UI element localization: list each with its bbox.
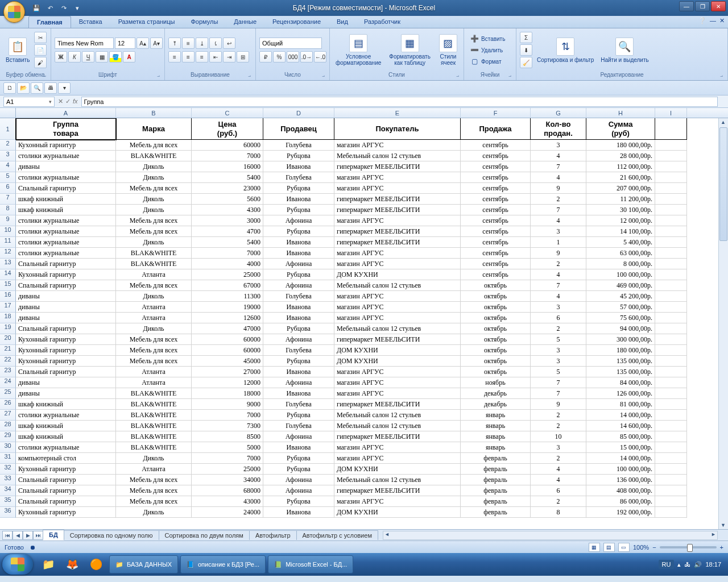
cell[interactable]: 7000	[192, 453, 263, 464]
cell[interactable]: 68000	[192, 485, 263, 496]
macro-record-icon[interactable]: ⏺	[30, 544, 36, 551]
cell[interactable]: Мебель для всех	[116, 496, 192, 507]
cell[interactable]: Спальный гарнитур	[16, 183, 116, 194]
cell[interactable]: 5	[531, 334, 586, 345]
redo-icon[interactable]: ↷	[58, 2, 69, 14]
cell[interactable]: 4	[531, 269, 586, 280]
header-cell-B[interactable]: Марка	[116, 118, 192, 140]
cell[interactable]: Кухонный гарнитур	[16, 464, 116, 475]
row-head-21[interactable]: 21	[0, 345, 16, 356]
cell[interactable]	[655, 161, 687, 172]
cell[interactable]: Атланта	[116, 464, 192, 475]
cell[interactable]	[655, 421, 687, 431]
cell[interactable]: сентябрь	[461, 172, 531, 183]
col-G[interactable]: G	[531, 108, 586, 118]
row-head-17[interactable]: 17	[0, 302, 16, 313]
cancel-fx-icon[interactable]: ✕	[58, 98, 63, 105]
cell[interactable]: 14 000,00р.	[586, 453, 655, 464]
insert-cells-button[interactable]: ➕Вставить	[468, 34, 507, 44]
cell[interactable]: Мебель для всех	[116, 280, 192, 291]
cell[interactable]: Мебель для всех	[116, 485, 192, 496]
row-head-5[interactable]: 5	[0, 172, 16, 183]
tab-data[interactable]: Данные	[226, 16, 264, 28]
cell[interactable]	[655, 410, 687, 421]
cell[interactable]	[655, 280, 687, 291]
view-layout-icon[interactable]: ▤	[603, 543, 615, 552]
cell[interactable]: сентябрь	[461, 248, 531, 259]
clock[interactable]: 18:17	[705, 561, 721, 568]
row-head-30[interactable]: 30	[0, 442, 16, 453]
cell[interactable]: сентябрь	[461, 151, 531, 161]
format-table-button[interactable]: ▦Форматировать как таблицу	[386, 33, 434, 67]
cell[interactable]: 5400	[192, 237, 263, 248]
print-preview-icon[interactable]: 🔍	[31, 82, 43, 94]
cut-icon[interactable]: ✂	[34, 32, 47, 43]
cell[interactable]: Диколь	[116, 237, 192, 248]
cell[interactable]: гипермаркет МЕБЕЛЬСИТИ	[334, 399, 461, 410]
cell[interactable]: 3	[531, 345, 586, 356]
row-head-9[interactable]: 9	[0, 215, 16, 226]
cell[interactable]: сентябрь	[461, 269, 531, 280]
paste-button[interactable]: 📋Вставить	[3, 36, 32, 64]
cell[interactable]: 4	[531, 464, 586, 475]
row-head-33[interactable]: 33	[0, 475, 16, 485]
cell[interactable]: 43000	[192, 496, 263, 507]
cell[interactable]	[655, 399, 687, 410]
cell[interactable]: магазин АРГУС	[334, 259, 461, 269]
cell[interactable]: февраль	[461, 485, 531, 496]
cell[interactable]: столики журнальные	[16, 172, 116, 183]
cell[interactable]: 2	[531, 410, 586, 421]
cell[interactable]: Кухонный гарнитур	[16, 334, 116, 345]
cell[interactable]: Кухонный гарнитур	[16, 507, 116, 518]
cell[interactable]: февраль	[461, 464, 531, 475]
cell[interactable]	[655, 151, 687, 161]
cell[interactable]: 57 000,00р.	[586, 302, 655, 313]
cell[interactable]: BLAK&WHITE	[116, 399, 192, 410]
find-select-button[interactable]: 🔍Найти и выделить	[598, 36, 651, 64]
cell[interactable]: Рубцова	[263, 410, 334, 421]
sheet-tab-0[interactable]: БД	[43, 530, 64, 541]
cell[interactable]: 2	[531, 194, 586, 205]
cell[interactable]: 135 000,00р.	[586, 367, 655, 377]
cell[interactable]	[655, 194, 687, 205]
cell[interactable]: столики журнальные	[16, 248, 116, 259]
cell[interactable]: магазин АРГУС	[334, 388, 461, 399]
minimize-button[interactable]: —	[679, 1, 694, 11]
cell[interactable]: февраль	[461, 507, 531, 518]
cell[interactable]: столики журнальные	[16, 442, 116, 453]
cell[interactable]: шкаф книжный	[16, 399, 116, 410]
cell[interactable]: Голубева	[263, 345, 334, 356]
cell[interactable]: 135 000,00р.	[586, 356, 655, 367]
save-icon[interactable]: 💾	[31, 2, 42, 14]
cell[interactable]: Афонина	[263, 259, 334, 269]
tray-network-icon[interactable]: 🖧	[684, 561, 690, 568]
row-head-16[interactable]: 16	[0, 291, 16, 302]
cell[interactable]: 7	[531, 161, 586, 172]
spreadsheet-grid[interactable]: A B C D E F G H I 1ГруппатовараМаркаЦена…	[0, 108, 728, 529]
tab-layout[interactable]: Разметка страницы	[110, 16, 183, 28]
cell[interactable]: гипермаркет МЕБЕЛЬСИТИ	[334, 334, 461, 345]
cell[interactable]: диваны	[16, 302, 116, 313]
view-normal-icon[interactable]: ▦	[589, 543, 600, 552]
cell[interactable]: 100 000,00р.	[586, 269, 655, 280]
cell[interactable]: 11 200,00р.	[586, 194, 655, 205]
cell[interactable]: Мебель для всех	[116, 345, 192, 356]
cell[interactable]: Рубцова	[263, 226, 334, 237]
tab-insert[interactable]: Вставка	[71, 16, 110, 28]
cell[interactable]: Мебель для всех	[116, 215, 192, 226]
cell[interactable]: магазин АРГУС	[334, 140, 461, 151]
cell[interactable]: 4	[531, 151, 586, 161]
cell[interactable]: столики журнальные	[16, 151, 116, 161]
cell[interactable]: Рубцова	[263, 356, 334, 367]
row-head-23[interactable]: 23	[0, 367, 16, 377]
format-painter-icon[interactable]: 🖌	[34, 57, 47, 68]
cell[interactable]: 2	[531, 421, 586, 431]
cell[interactable]: 192 000,00р.	[586, 507, 655, 518]
row-head-28[interactable]: 28	[0, 421, 16, 431]
cell[interactable]	[655, 259, 687, 269]
align-left-icon[interactable]: ≡	[168, 51, 181, 63]
sheet-nav-first-icon[interactable]: ⏮	[2, 531, 13, 540]
cell[interactable]: BLAK&WHITE	[116, 259, 192, 269]
cell[interactable]: гипермаркет МЕБЕЛЬСИТИ	[334, 161, 461, 172]
row-head-25[interactable]: 25	[0, 388, 16, 399]
